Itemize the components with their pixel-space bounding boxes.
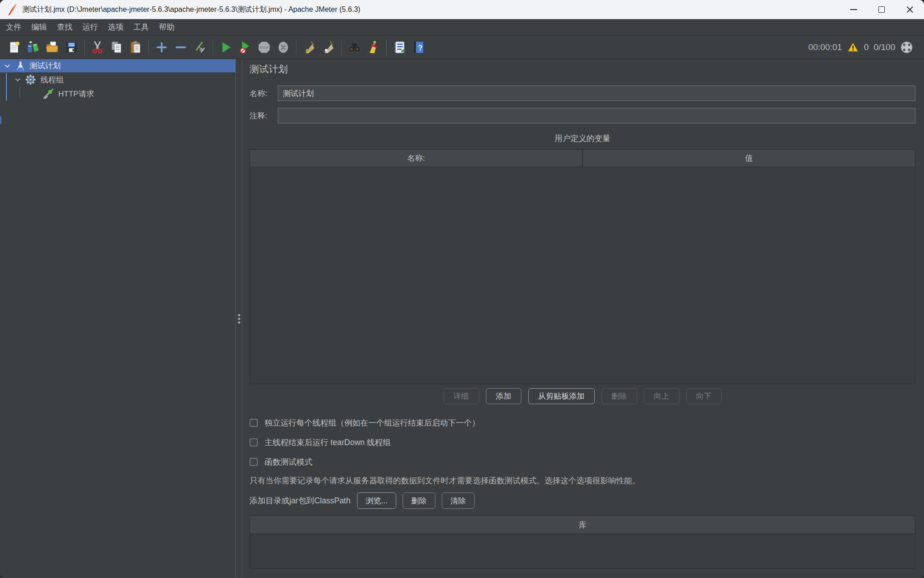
close-button[interactable] — [896, 0, 924, 19]
checkbox-label: 独立运行每个线程组（例如在一个组运行结束后启动下一个） — [265, 417, 480, 428]
menu-help[interactable]: 帮助 — [154, 22, 179, 32]
run-thread-groups-serially-checkbox[interactable] — [250, 419, 258, 427]
svg-text:STOP: STOP — [260, 46, 269, 49]
save-button[interactable] — [64, 40, 79, 55]
shutdown-icon — [276, 41, 290, 54]
detail-button[interactable]: 详细 — [444, 388, 479, 404]
paste-button[interactable] — [128, 40, 143, 55]
clear-all-button[interactable] — [321, 40, 336, 55]
clear-button[interactable] — [301, 40, 317, 55]
search-reset-icon — [367, 41, 380, 54]
page-title: 测试计划 — [250, 63, 288, 76]
maximize-icon — [878, 6, 885, 13]
search-icon — [347, 41, 361, 54]
menu-edit[interactable]: 编辑 — [26, 22, 52, 32]
chevron-down-icon[interactable] — [4, 62, 11, 70]
search-button[interactable] — [347, 40, 362, 55]
shutdown-button[interactable] — [276, 40, 291, 55]
classpath-label: 添加目录或jar包到ClassPath — [250, 495, 351, 506]
clear-all-icon — [322, 41, 335, 54]
warning-indicator[interactable] — [847, 42, 859, 53]
cut-button[interactable] — [90, 40, 105, 55]
tree-item-label: HTTP请求 — [58, 89, 94, 99]
stop-button[interactable]: STOP — [256, 40, 272, 55]
tree-item-label: 线程组 — [41, 75, 64, 85]
menu-options[interactable]: 选项 — [103, 22, 128, 32]
copy-button[interactable] — [109, 40, 124, 55]
templates-button[interactable] — [26, 40, 41, 55]
maximize-button[interactable] — [868, 0, 896, 19]
down-button[interactable]: 向下 — [686, 388, 722, 404]
library-caption: 库 — [579, 520, 587, 530]
tree-item-http-request[interactable]: HTTP请求 — [0, 87, 235, 101]
open-file-button[interactable] — [45, 40, 60, 55]
start-icon — [219, 41, 233, 54]
add-from-clipboard-button[interactable]: 从剪贴板添加 — [528, 388, 595, 404]
toolbar-separator — [296, 40, 296, 55]
name-input[interactable] — [278, 86, 915, 101]
window-controls — [839, 0, 924, 19]
toolbar-separator — [148, 40, 149, 55]
expand-all-button[interactable] — [154, 40, 169, 55]
classpath-delete-button[interactable]: 删除 — [403, 492, 435, 509]
function-helper-button[interactable] — [392, 40, 407, 55]
tree-item-thread-group[interactable]: 线程组 — [0, 73, 235, 86]
menu-tools[interactable]: 工具 — [128, 22, 154, 32]
test-plan-tree: 测试计划 线程组 HTTP请求 — [0, 59, 235, 578]
toolbar: STOP ? 00:00:01 0 — [0, 36, 924, 59]
help-button[interactable]: ? — [411, 40, 426, 55]
functional-test-mode-checkbox[interactable] — [250, 458, 258, 466]
variables-table-body[interactable] — [250, 167, 915, 384]
library-table-header[interactable]: 库 — [250, 516, 915, 534]
teardown-after-main-checkbox[interactable] — [250, 438, 258, 446]
variables-actions: 详细 添加 从剪贴板添加 删除 向上 向下 — [250, 388, 915, 404]
add-button[interactable]: 添加 — [486, 388, 521, 404]
menubar: 文件 编辑 查找 运行 选项 工具 帮助 — [0, 19, 924, 35]
start-no-timers-button[interactable] — [237, 40, 253, 55]
active-threads-indicator — [900, 41, 913, 54]
comment-field-row: 注释: — [250, 107, 915, 124]
tree-item-label: 测试计划 — [30, 61, 61, 71]
teardown-after-main-option: 主线程结束后运行 tearDown 线程组 — [250, 436, 391, 449]
collapse-all-button[interactable] — [173, 40, 189, 55]
variables-caption: 用户定义的变量 — [250, 133, 915, 144]
menu-search[interactable]: 查找 — [52, 22, 77, 32]
checkbox-label: 主线程结束后运行 tearDown 线程组 — [265, 437, 391, 448]
clear-icon — [302, 41, 316, 54]
menu-file[interactable]: 文件 — [1, 22, 26, 32]
delete-button[interactable]: 删除 — [602, 388, 637, 404]
name-label: 名称: — [250, 88, 278, 99]
minimize-button[interactable] — [839, 0, 868, 19]
start-button[interactable] — [218, 40, 234, 55]
new-file-button[interactable] — [6, 40, 22, 55]
comment-input[interactable] — [278, 108, 915, 123]
column-header-name[interactable]: 名称: — [250, 150, 582, 167]
up-button[interactable]: 向上 — [644, 388, 679, 404]
toolbar-status: 00:00:01 0 0/100 — [808, 41, 919, 54]
toggle-button[interactable] — [192, 40, 208, 55]
warning-triangle-icon — [847, 42, 859, 53]
toolbar-separator — [341, 40, 342, 55]
chevron-down-icon[interactable] — [14, 76, 21, 83]
comment-label: 注释: — [250, 111, 278, 121]
menu-run[interactable]: 运行 — [77, 22, 103, 32]
tree-item-test-plan[interactable]: 测试计划 — [0, 59, 235, 72]
elapsed-time: 00:00:01 — [808, 42, 842, 52]
library-table-body[interactable] — [250, 534, 915, 569]
panel-splitter[interactable] — [235, 59, 242, 578]
paste-icon — [129, 41, 143, 54]
function-helper-icon — [393, 41, 406, 54]
new-file-icon — [7, 41, 21, 54]
functional-test-mode-option: 函数测试模式 — [250, 456, 312, 468]
search-reset-button[interactable] — [366, 40, 381, 55]
toolbar-separator — [386, 40, 387, 55]
column-header-value[interactable]: 值 — [583, 150, 915, 167]
copy-icon — [110, 41, 123, 54]
browse-button[interactable]: 浏览... — [357, 492, 396, 509]
edge-accent — [0, 116, 1, 124]
svg-text:?: ? — [418, 44, 423, 52]
name-field-row: 名称: — [250, 85, 915, 101]
classpath-clear-button[interactable]: 清除 — [442, 492, 475, 509]
toolbar-separator — [84, 40, 85, 55]
collapse-icon — [174, 41, 188, 54]
